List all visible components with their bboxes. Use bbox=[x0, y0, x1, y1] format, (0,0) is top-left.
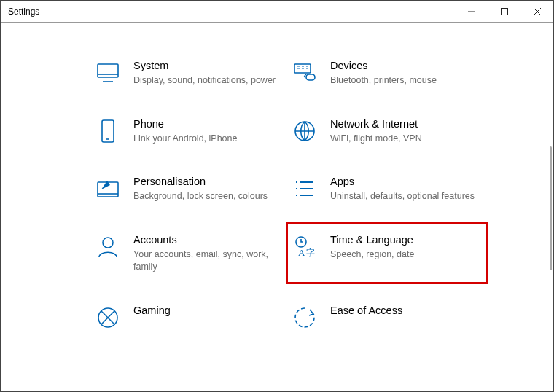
window-title: Settings bbox=[1, 7, 39, 17]
scrollbar[interactable] bbox=[550, 146, 552, 270]
settings-content: System Display, sound, notifications, po… bbox=[1, 23, 553, 391]
tile-label: Time & Language bbox=[330, 233, 477, 247]
svg-rect-0 bbox=[501, 8, 507, 15]
settings-tile-network[interactable]: Network & Internet WiFi, flight mode, VP… bbox=[292, 117, 482, 145]
phone-icon bbox=[95, 119, 120, 144]
apps-icon bbox=[292, 176, 317, 201]
tile-label: Network & Internet bbox=[330, 117, 477, 131]
svg-rect-1 bbox=[98, 64, 118, 77]
tile-label: Phone bbox=[133, 117, 281, 131]
settings-tile-phone[interactable]: Phone Link your Android, iPhone bbox=[95, 117, 285, 145]
maximize-button[interactable] bbox=[488, 1, 520, 22]
minimize-button[interactable] bbox=[455, 1, 488, 22]
settings-tile-apps[interactable]: Apps Uninstall, defaults, optional featu… bbox=[292, 175, 482, 203]
personalisation-icon bbox=[95, 176, 120, 201]
tile-label: Apps bbox=[330, 175, 477, 189]
settings-tile-devices[interactable]: Devices Bluetooth, printers, mouse bbox=[292, 59, 482, 87]
tile-label: Accounts bbox=[133, 233, 281, 247]
tile-desc: Speech, region, date bbox=[330, 248, 477, 261]
gaming-icon bbox=[95, 305, 120, 330]
tile-desc: Bluetooth, printers, mouse bbox=[330, 74, 477, 87]
tile-desc: Display, sound, notifications, power bbox=[133, 74, 281, 87]
network-icon bbox=[292, 119, 317, 144]
accounts-icon bbox=[95, 235, 120, 259]
settings-grid: System Display, sound, notifications, po… bbox=[95, 59, 553, 330]
tile-label: Devices bbox=[330, 59, 477, 73]
tile-label: Personalisation bbox=[133, 175, 281, 189]
settings-tile-gaming[interactable]: Gaming bbox=[95, 304, 285, 330]
close-button[interactable] bbox=[520, 1, 553, 22]
system-icon bbox=[95, 60, 120, 85]
settings-tile-accounts[interactable]: Accounts Your accounts, email, sync, wor… bbox=[95, 233, 285, 273]
settings-tile-time-language[interactable]: A 字 Time & Language Speech, region, date bbox=[292, 229, 482, 278]
tile-label: System bbox=[133, 59, 281, 73]
svg-text:字: 字 bbox=[306, 248, 315, 258]
devices-icon bbox=[292, 60, 317, 85]
tile-desc: Link your Android, iPhone bbox=[133, 133, 281, 145]
tile-desc: WiFi, flight mode, VPN bbox=[330, 133, 477, 145]
titlebar: Settings bbox=[1, 1, 553, 23]
tile-desc: Your accounts, email, sync, work, family bbox=[133, 248, 281, 273]
time-language-icon: A 字 bbox=[292, 235, 317, 259]
tile-label: Gaming bbox=[133, 304, 281, 318]
ease-of-access-icon bbox=[292, 305, 317, 330]
settings-tile-system[interactable]: System Display, sound, notifications, po… bbox=[95, 59, 285, 87]
svg-text:A: A bbox=[298, 247, 305, 258]
tile-desc: Background, lock screen, colours bbox=[133, 190, 281, 203]
tile-label: Ease of Access bbox=[330, 304, 477, 318]
svg-point-7 bbox=[103, 238, 113, 248]
svg-rect-3 bbox=[306, 74, 315, 80]
settings-tile-personalisation[interactable]: Personalisation Background, lock screen,… bbox=[95, 175, 285, 203]
tile-desc: Uninstall, defaults, optional features bbox=[330, 190, 477, 203]
settings-tile-ease-of-access[interactable]: Ease of Access bbox=[292, 304, 482, 330]
